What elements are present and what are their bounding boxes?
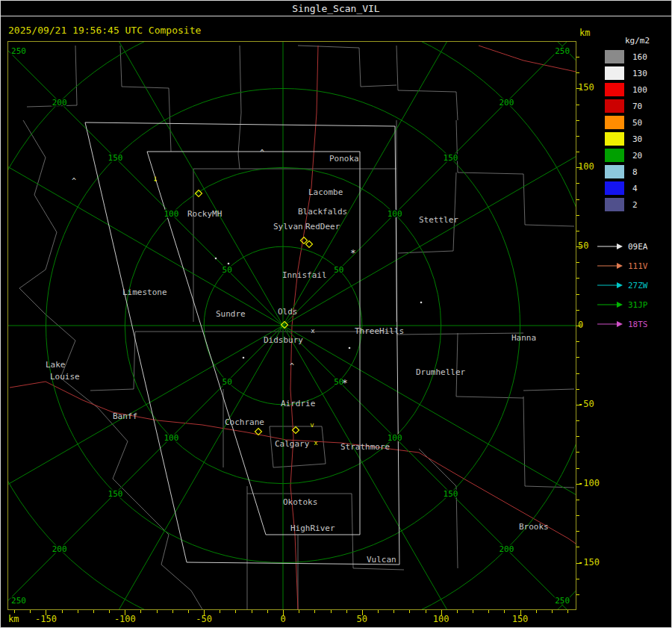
colorbar-value: 70	[632, 102, 642, 111]
right-tick	[576, 136, 579, 137]
right-tick	[576, 246, 582, 247]
range-ring-label: 100	[388, 433, 402, 443]
right-tick	[576, 57, 579, 57]
bottom-axis-label: 100	[433, 614, 449, 624]
colorbar-swatch	[604, 82, 625, 97]
bottom-tick	[457, 610, 458, 613]
arrow-down-marker-icon: ↓	[152, 173, 158, 184]
right-tick	[576, 500, 579, 500]
city-label: Blackfalds	[298, 207, 347, 217]
right-axis-label: 0	[578, 320, 583, 330]
range-ring-label: 100	[164, 433, 178, 443]
right-axis-label: -100	[578, 478, 600, 488]
star-marker-icon: *	[342, 377, 348, 388]
city-label: Sylvan	[273, 222, 303, 231]
ex-marker-icon: x	[311, 327, 315, 335]
bottom-tick	[331, 610, 332, 613]
right-tick	[576, 436, 579, 437]
right-tick	[576, 452, 579, 453]
station-id: 09EA	[628, 242, 648, 252]
bottom-tick	[488, 610, 489, 613]
vil-color-scale: 16013010070503020842	[604, 49, 647, 213]
right-tick	[576, 547, 579, 547]
radar-map-canvas: 5010015020025050100150200250501001502002…	[8, 42, 576, 609]
colorbar-row: 8	[604, 164, 647, 180]
station-row: 09EA	[597, 237, 648, 256]
ex-marker-icon: x	[314, 439, 318, 447]
colorbar-swatch	[604, 148, 625, 163]
right-tick	[576, 105, 579, 105]
azimuth-spoke	[283, 42, 576, 326]
map-frame: 5010015020025050100150200250501001502002…	[8, 42, 576, 609]
bottom-tick	[140, 610, 141, 613]
range-ring-label: 250	[555, 596, 570, 606]
city-label: Innisfail	[282, 270, 327, 280]
right-tick	[576, 199, 579, 200]
right-tick	[576, 215, 579, 216]
city-label: Hanna	[511, 333, 536, 343]
bottom-tick	[504, 610, 505, 613]
city-label: Louise	[50, 372, 80, 382]
bottom-tick	[204, 610, 205, 615]
right-axis-label: 150	[578, 82, 594, 93]
right-tick	[576, 579, 579, 579]
star-marker-icon: *	[350, 247, 356, 258]
bottom-tick	[14, 610, 15, 613]
station-arrow-icon	[597, 301, 623, 308]
city-label: Airdrie	[281, 399, 315, 408]
county-boundary	[396, 46, 458, 120]
azimuth-spoke	[283, 326, 576, 550]
range-ring-label: 150	[444, 489, 458, 499]
range-ring-label: 250	[11, 596, 26, 606]
right-axis-label: -50	[578, 399, 594, 409]
colorbar-value: 8	[632, 167, 638, 177]
station-id: 18TS	[628, 320, 648, 329]
city-label: Vulcan	[367, 555, 396, 565]
diamond-marker-icon	[301, 237, 308, 244]
radar-station-legend: 09EA111V27ZW31JP18TS	[597, 237, 648, 334]
caret-marker-icon: ^	[290, 362, 294, 370]
colorbar-row: 4	[604, 180, 647, 196]
bottom-tick	[567, 610, 568, 613]
right-tick	[576, 405, 582, 405]
titlebar: Single_Scan_VIL	[1, 1, 671, 16]
colorbar-swatch	[604, 99, 625, 114]
bottom-tick	[441, 610, 442, 615]
colorbar-value: 130	[632, 69, 647, 78]
colorbar-row: 50	[604, 114, 647, 131]
bottom-axis-label: -100	[114, 614, 136, 624]
range-ring-label: 150	[108, 489, 123, 499]
radar-app-window: Single_Scan_VIL 2025/09/21 19:56:45 UTC …	[0, 0, 672, 628]
county-boundary	[523, 397, 574, 488]
bottom-tick	[157, 610, 158, 613]
range-ring-label: 200	[499, 544, 514, 554]
county-boundary	[456, 120, 523, 174]
dot-marker-icon	[243, 357, 245, 359]
right-tick	[576, 310, 579, 311]
city-label: Cochrane	[225, 417, 264, 427]
station-row: 27ZW	[597, 276, 648, 295]
range-ring-label: 200	[52, 544, 67, 554]
right-tick	[576, 262, 579, 263]
right-tick	[576, 183, 579, 184]
colorbar-swatch	[604, 164, 625, 179]
caret-marker-icon: ^	[72, 177, 76, 185]
station-arrow-icon	[597, 243, 623, 250]
right-tick	[576, 515, 579, 516]
station-id: 27ZW	[628, 281, 648, 290]
right-tick	[576, 420, 579, 421]
right-tick	[576, 531, 579, 532]
city-label: Sundre	[216, 309, 246, 319]
bottom-axis-unit: km	[8, 614, 19, 624]
window-title: Single_Scan_VIL	[292, 3, 379, 14]
colorbar-row: 2	[604, 196, 647, 213]
right-axis-label: 100	[578, 161, 594, 172]
city-label: RedDeer	[305, 222, 340, 231]
city-label: Lacombe	[308, 187, 343, 197]
county-boundary	[90, 332, 135, 391]
bottom-tick	[235, 610, 236, 613]
right-tick	[576, 389, 579, 390]
station-arrow-icon	[597, 282, 623, 289]
right-tick	[576, 278, 579, 279]
bottom-tick	[188, 610, 189, 613]
